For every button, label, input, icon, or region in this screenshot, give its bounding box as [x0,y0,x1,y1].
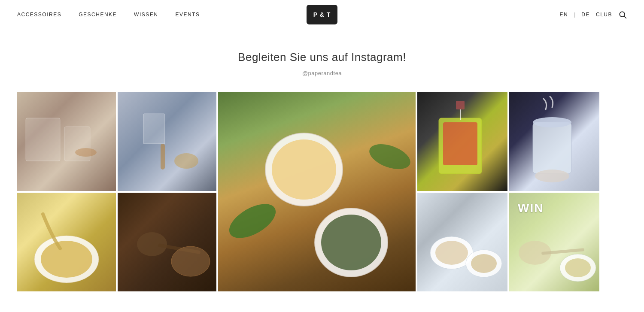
nav-accessoires[interactable]: ACCESSOIRES [17,12,61,18]
svg-rect-15 [443,122,477,165]
svg-point-29 [471,254,497,273]
instagram-handle[interactable]: @paperandtea [17,69,627,77]
instagram-photo-2[interactable] [118,92,216,191]
instagram-heading: Begleiten Sie uns auf Instagram! [17,51,627,64]
svg-point-19 [533,117,571,127]
svg-rect-24 [158,243,201,254]
svg-point-22 [41,241,92,278]
search-icon [618,10,627,19]
svg-point-27 [435,241,468,265]
lang-de[interactable]: DE [581,12,590,18]
instagram-photo-1[interactable] [17,92,116,191]
svg-rect-2 [26,118,60,161]
svg-point-8 [265,133,343,206]
instagram-photo-5[interactable] [509,92,599,191]
nav-left: ACCESSOIRES GESCHENKE WISSEN EVENTS [17,12,200,18]
svg-rect-18 [533,122,571,174]
page-title: Begleiten Sie uns auf Instagram! [17,51,627,64]
instagram-photo-6[interactable] [17,193,116,291]
svg-rect-3 [64,127,90,161]
svg-rect-5 [143,114,165,144]
instagram-photo-8[interactable] [417,193,507,291]
svg-point-30 [519,241,551,265]
svg-point-28 [466,250,502,277]
svg-point-6 [174,153,198,169]
svg-point-10 [315,208,388,277]
svg-rect-14 [439,118,482,174]
logo-text: P & T [313,11,331,18]
site-header: ACCESSOIRES GESCHENKE WISSEN EVENTS P & … [0,0,644,29]
win-badge: WIN [518,201,544,215]
svg-point-32 [560,254,596,282]
svg-rect-17 [456,101,465,109]
svg-line-1 [624,16,626,18]
svg-point-11 [321,215,381,270]
instagram-photo-7[interactable] [118,193,216,291]
nav-wissen[interactable]: WISSEN [134,12,158,18]
lang-separator: | [574,12,575,18]
svg-point-20 [535,170,569,182]
svg-point-33 [565,258,591,277]
svg-point-12 [224,197,281,245]
svg-point-9 [272,139,336,200]
nav-geschenke[interactable]: GESCHENKE [79,12,117,18]
search-button[interactable] [618,10,627,19]
main-content: Begleiten Sie uns auf Instagram! @papera… [0,29,644,291]
lang-en[interactable]: EN [560,12,568,18]
instagram-photo-3[interactable] [218,92,416,291]
svg-point-23 [137,232,167,256]
svg-rect-31 [541,248,584,255]
svg-point-21 [34,236,99,283]
svg-point-25 [171,246,210,276]
nav-right: EN | DE CLUB [560,10,627,19]
nav-events[interactable]: EVENTS [175,12,200,18]
instagram-photo-9[interactable]: WIN [509,193,599,291]
logo[interactable]: P & T [307,5,337,24]
svg-rect-7 [161,144,165,170]
instagram-photo-4[interactable] [417,92,507,191]
svg-point-26 [430,236,473,269]
nav-club[interactable]: CLUB [596,12,612,18]
instagram-grid: WIN [17,92,627,291]
svg-point-4 [75,148,97,157]
svg-point-13 [366,139,413,174]
